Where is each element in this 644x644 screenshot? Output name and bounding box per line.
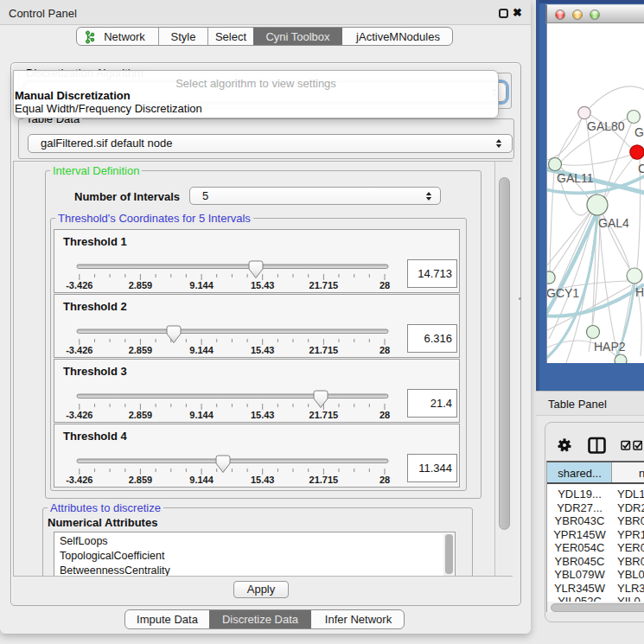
svg-text:-3.426: -3.426	[66, 345, 92, 355]
svg-text:15.43: 15.43	[251, 475, 275, 485]
svg-text:GA: GA	[634, 125, 644, 139]
svg-text:15.43: 15.43	[251, 410, 275, 420]
svg-text:9.144: 9.144	[189, 475, 214, 485]
svg-text:9.144: 9.144	[189, 280, 214, 290]
svg-text:-3.426: -3.426	[66, 280, 92, 290]
svg-text:21.715: 21.715	[309, 475, 339, 485]
svg-text:H: H	[635, 285, 644, 299]
svg-text:21.715: 21.715	[309, 345, 339, 355]
svg-text:GAL4: GAL4	[598, 216, 629, 230]
svg-text:-3.426: -3.426	[66, 410, 92, 420]
svg-text:-3.426: -3.426	[66, 475, 92, 485]
svg-text:28: 28	[379, 410, 390, 420]
svg-text:GAL80: GAL80	[587, 119, 625, 133]
svg-text:2.859: 2.859	[129, 345, 153, 355]
svg-text:HAP2: HAP2	[594, 340, 626, 354]
svg-text:9.144: 9.144	[189, 345, 214, 355]
svg-text:15.43: 15.43	[251, 345, 275, 355]
svg-text:9.144: 9.144	[189, 410, 214, 420]
svg-text:15.43: 15.43	[251, 280, 275, 290]
svg-text:21.715: 21.715	[309, 410, 339, 420]
svg-text:2.859: 2.859	[129, 410, 153, 420]
svg-text:28: 28	[379, 280, 390, 290]
svg-text:GAL11: GAL11	[557, 171, 594, 185]
svg-text:21.715: 21.715	[309, 280, 339, 290]
svg-text:C: C	[638, 162, 644, 175]
svg-text:2.859: 2.859	[129, 475, 153, 485]
svg-text:2.859: 2.859	[129, 280, 153, 290]
svg-text:28: 28	[379, 345, 390, 355]
svg-text:28: 28	[379, 475, 390, 485]
svg-text:GCY1: GCY1	[547, 286, 579, 300]
